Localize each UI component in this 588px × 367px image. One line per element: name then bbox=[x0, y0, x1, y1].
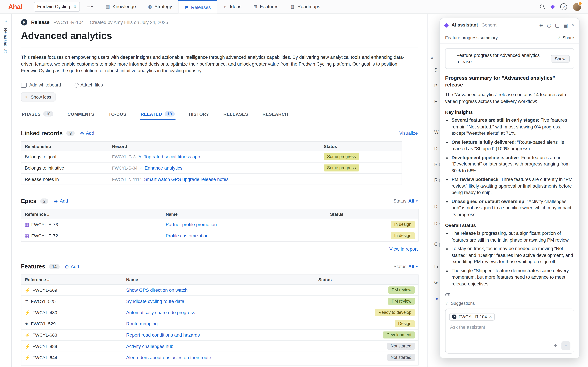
record-link[interactable]: Enhance analytics bbox=[145, 165, 182, 171]
thread-title-row: Feature progress summary ↗ Share bbox=[440, 32, 579, 44]
sidebar-field-fragment: F bbox=[434, 99, 437, 104]
nav-items: ▤ Knowledge ◎ Strategy ⚑ Releases ☼ bbox=[100, 0, 326, 13]
tab[interactable]: RESEARCH bbox=[262, 110, 289, 120]
column-header: Record bbox=[109, 144, 320, 149]
feature-link[interactable]: Activity challenges hub bbox=[126, 343, 173, 349]
column-header: Reference # bbox=[21, 277, 123, 282]
record-tabs: PHASES 10 COMMENTS TO-DOS RELATED bbox=[21, 110, 418, 120]
nav-item[interactable]: ⚑ Releases bbox=[178, 0, 217, 13]
collapse-sidebar-icon[interactable]: « bbox=[431, 55, 433, 60]
popout-icon[interactable]: ▣ bbox=[563, 22, 568, 28]
features-status-filter[interactable]: Status All ▾ bbox=[394, 264, 418, 269]
close-icon[interactable]: × bbox=[572, 22, 575, 28]
table-row: FWCYL-480 Automatically share ride progr… bbox=[21, 307, 418, 318]
share-label: Share bbox=[562, 35, 574, 40]
nav-item[interactable]: ☼ Ideas bbox=[217, 0, 247, 13]
chip-close-icon[interactable]: × bbox=[489, 314, 492, 319]
overall-status-heading: Overall status bbox=[445, 223, 574, 228]
filter-label: Status bbox=[394, 264, 406, 269]
epic-icon bbox=[25, 233, 29, 238]
sidebar-field-fragment: G bbox=[434, 280, 438, 285]
ask-assistant-input[interactable] bbox=[449, 324, 565, 330]
feature-link[interactable]: Alert riders about obstacles on their ro… bbox=[126, 355, 211, 360]
suggestions-toggle[interactable]: ∨ Suggestions bbox=[445, 301, 574, 306]
nav-item[interactable]: ▥ Roadmaps bbox=[285, 0, 326, 13]
linked-records-table: Relationship Record Status Belongs to go… bbox=[21, 141, 402, 185]
context-chip[interactable]: ⚑ FWCYL-R-104 × bbox=[449, 313, 495, 320]
attach-files-button[interactable]: Attach files bbox=[75, 83, 103, 88]
record-link[interactable]: Smart watch GPS upgrade release notes bbox=[144, 176, 228, 182]
feature-type-icon bbox=[25, 321, 29, 326]
search-icon[interactable] bbox=[540, 4, 545, 9]
avatar[interactable] bbox=[573, 2, 581, 11]
share-button[interactable]: ↗ Share bbox=[557, 35, 574, 40]
overall-item: The release is progressing, but a signif… bbox=[451, 230, 574, 243]
add-feature-button[interactable]: ⊕ Add bbox=[65, 264, 79, 269]
sidebar-field-fragment: D bbox=[434, 146, 437, 151]
add-whiteboard-label: Add whiteboard bbox=[29, 83, 61, 88]
copy-icon[interactable] bbox=[445, 293, 450, 296]
tab[interactable]: RELATED 19 bbox=[140, 110, 175, 120]
nav-item[interactable]: ⊞ Features bbox=[247, 0, 285, 13]
feature-link[interactable]: Show GPS direction on watch bbox=[126, 287, 188, 293]
add-whiteboard-button[interactable]: Add whiteboard bbox=[21, 83, 61, 88]
reference-cell: FWCYL-529 bbox=[21, 321, 123, 326]
epic-reference: FWCYL-E-72 bbox=[31, 233, 58, 238]
attach-plus-button[interactable]: + bbox=[554, 343, 557, 349]
feature-link[interactable]: Route mapping bbox=[126, 321, 158, 326]
tab[interactable]: COMMENTS bbox=[67, 110, 95, 120]
report-card[interactable]: ≡ Feature progress for Advanced analytic… bbox=[445, 48, 574, 69]
tab[interactable]: TO-DOS bbox=[108, 110, 127, 120]
tab[interactable]: HISTORY bbox=[188, 110, 210, 120]
feature-type-icon bbox=[25, 332, 30, 338]
tab[interactable]: RELEASES bbox=[223, 110, 249, 120]
aha-logo[interactable]: Aha! bbox=[8, 0, 22, 13]
record-reference: FWCYL-S-34 bbox=[112, 166, 138, 170]
help-icon[interactable]: ? bbox=[560, 3, 567, 10]
record-created-by: Created by Amy Ellis on July 24, 2025 bbox=[90, 20, 168, 25]
feature-link[interactable]: Syndicate cycling route data bbox=[126, 299, 184, 304]
feature-link[interactable]: Report road conditions and hazards bbox=[126, 332, 200, 338]
record-link[interactable]: Top rated social fitness app bbox=[144, 154, 200, 159]
status-badge: Design bbox=[395, 320, 415, 327]
nav-item[interactable]: ▤ Knowledge bbox=[100, 0, 142, 13]
column-header: Name bbox=[162, 212, 327, 217]
record-cell: FWCYL-S-34 Enhance analytics bbox=[109, 165, 320, 171]
assistant-composer[interactable]: ⚑ FWCYL-R-104 × + ↑ bbox=[445, 309, 574, 353]
table-row: FWCYL-525 Syndicate cycling route data P… bbox=[21, 295, 418, 307]
count-badge: 2 bbox=[40, 199, 49, 204]
ai-sparkle-icon[interactable] bbox=[550, 4, 555, 9]
rail-label[interactable]: Releases list bbox=[3, 28, 8, 53]
thread-title: Feature progress summary bbox=[445, 35, 498, 40]
table-row: FWCYL-569 Show GPS direction on watch PM… bbox=[21, 284, 418, 295]
feature-link[interactable]: Automatically share ride progress bbox=[126, 310, 195, 315]
epic-link[interactable]: Profile customization bbox=[166, 233, 208, 238]
visualize-link[interactable]: Visualize bbox=[399, 131, 418, 136]
section-title: Features bbox=[21, 263, 45, 270]
epics-status-filter[interactable]: Status All ▾ bbox=[394, 199, 418, 204]
epic-link[interactable]: Partner profile promotion bbox=[166, 222, 217, 227]
feature-reference: FWCYL-683 bbox=[32, 332, 57, 338]
add-linked-record-button[interactable]: ⊕ Add bbox=[80, 131, 94, 136]
new-thread-icon[interactable]: ⊕ bbox=[539, 22, 543, 28]
expand-rail-icon[interactable]: » bbox=[0, 18, 11, 24]
relationship-cell: Belongs to goal bbox=[21, 154, 109, 159]
workspace-selector[interactable]: Fredwin Cycling ⇅ bbox=[34, 2, 80, 12]
send-button[interactable]: ↑ bbox=[562, 341, 571, 350]
table-row: Belongs to goal FWCYL-G-3 Top rated soci… bbox=[21, 151, 402, 162]
history-icon[interactable]: ◷ bbox=[547, 22, 551, 28]
add-label: Add bbox=[71, 264, 79, 269]
show-button[interactable]: Show bbox=[551, 55, 570, 62]
expand-sidebar-icon[interactable]: » bbox=[436, 296, 438, 301]
window-icon[interactable]: ▢ bbox=[555, 22, 560, 28]
nav-item[interactable]: ◎ Strategy bbox=[142, 0, 178, 13]
view-in-report-link[interactable]: View in report bbox=[389, 246, 418, 252]
name-cell: Show GPS direction on watch bbox=[123, 287, 315, 293]
ai-panel-subtitle: General bbox=[481, 22, 497, 28]
reference-cell: FWCYL-644 bbox=[21, 355, 123, 360]
status-badge: Some progress bbox=[324, 153, 359, 160]
show-less-button[interactable]: « Show less bbox=[21, 92, 56, 101]
views-menu-button[interactable]: ≡ ▾ bbox=[85, 4, 95, 9]
add-epic-button[interactable]: ⊕ Add bbox=[54, 198, 68, 204]
tab[interactable]: PHASES 10 bbox=[21, 110, 54, 120]
